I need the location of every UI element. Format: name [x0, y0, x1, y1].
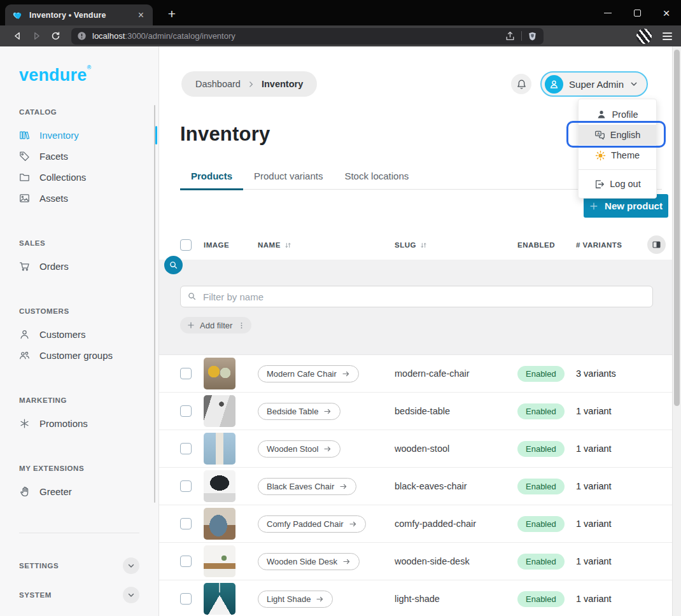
forward-icon[interactable] [27, 28, 46, 45]
sidebar-item-greeter[interactable]: Greeter [0, 481, 158, 502]
back-icon[interactable] [8, 28, 27, 45]
address-bar[interactable]: localhost:3000/admin/catalog/inventory [71, 28, 544, 45]
sidebar-item-collections[interactable]: Collections [0, 167, 158, 188]
table-row: Black Eaves Chairblack-eaves-chairEnable… [159, 468, 672, 505]
vendure-heart-favicon [13, 10, 24, 20]
browser-profile-avatar[interactable] [636, 29, 652, 44]
column-picker-button[interactable] [647, 235, 666, 254]
product-link-chip[interactable]: Modern Cafe Chair [258, 365, 359, 382]
product-link-chip[interactable]: Bedside Table [258, 403, 340, 420]
product-thumbnail[interactable] [204, 583, 235, 615]
browser-tab[interactable]: Inventory • Vendure × [5, 4, 153, 25]
status-badge: Enabled [517, 554, 565, 570]
sidebar-section-system[interactable]: SYSTEM [0, 580, 158, 610]
language-icon: A [594, 130, 605, 141]
sidebar-item-inventory[interactable]: Inventory [0, 125, 158, 146]
search-toggle-button[interactable] [164, 256, 183, 274]
row-checkbox[interactable] [180, 518, 192, 529]
product-name: Modern Cafe Chair [267, 369, 337, 379]
brave-shield-icon[interactable] [528, 31, 537, 41]
column-header-name[interactable]: NAME [258, 241, 395, 249]
svg-text:A: A [597, 131, 600, 135]
window-maximize-button[interactable] [622, 0, 652, 25]
select-all-checkbox[interactable] [180, 239, 192, 251]
name-cell: Comfy Padded Chair [258, 515, 395, 533]
menu-item-theme[interactable]: Theme [579, 145, 656, 165]
page-scrollbar[interactable] [672, 46, 681, 616]
sidebar-scrollbar[interactable] [154, 105, 155, 503]
sort-icon[interactable] [419, 241, 428, 249]
window-minimize-button[interactable] [593, 0, 622, 25]
menu-item-english[interactable]: AEnglish [579, 125, 656, 145]
status-badge: Enabled [517, 516, 565, 532]
sidebar-item-orders[interactable]: Orders [0, 256, 158, 277]
chevron-down-icon[interactable] [123, 587, 139, 603]
sort-icon[interactable] [284, 241, 292, 249]
notifications-button[interactable] [511, 74, 531, 94]
product-name: Wooden Side Desk [267, 557, 337, 566]
product-link-chip[interactable]: Light Shade [258, 591, 333, 608]
product-thumbnail[interactable] [204, 545, 235, 577]
sidebar-item-customer-groups[interactable]: Customer groups [0, 345, 158, 366]
product-thumbnail[interactable] [204, 395, 235, 427]
row-checkbox[interactable] [180, 480, 192, 492]
user-menu-button[interactable]: Super Admin [540, 71, 648, 97]
sidebar-item-label: Assets [39, 193, 68, 204]
page-header: Dashboard Inventory Super Admin [181, 71, 648, 97]
status-badge: Enabled [517, 441, 565, 457]
sidebar-item-facets[interactable]: Facets [0, 146, 158, 167]
product-link-chip[interactable]: Wooden Stool [258, 440, 340, 458]
nav-section: CUSTOMERSCustomersCustomer groups [0, 307, 158, 366]
sidebar-item-label: Customers [39, 329, 86, 340]
window-close-button[interactable]: × [652, 0, 681, 25]
toolbar-right [636, 29, 672, 44]
product-thumbnail[interactable] [204, 358, 235, 389]
table-row: Light Shadelight-shadeEnabled1 variant [159, 580, 672, 616]
sidebar-item-assets[interactable]: Assets [0, 188, 158, 209]
menu-icon[interactable] [663, 32, 672, 40]
collapsed-section-label: SETTINGS [19, 562, 59, 570]
row-checkbox[interactable] [180, 556, 192, 567]
status-badge: Enabled [517, 591, 565, 607]
site-info-icon[interactable] [77, 31, 87, 41]
tab-close-icon[interactable]: × [136, 9, 146, 22]
reload-icon[interactable] [46, 28, 65, 45]
arrow-right-icon [323, 407, 332, 416]
product-thumbnail[interactable] [204, 470, 235, 502]
image-cell [204, 545, 258, 577]
tab-products[interactable]: Products [180, 164, 243, 189]
menu-item-log-out[interactable]: Log out [579, 174, 656, 194]
column-header-enabled[interactable]: ENABLED [517, 241, 576, 249]
product-thumbnail[interactable] [204, 433, 235, 465]
row-checkbox[interactable] [180, 593, 192, 605]
product-link-chip[interactable]: Comfy Padded Chair [258, 515, 366, 533]
kebab-menu-icon[interactable] [237, 321, 246, 330]
sidebar-item-promotions[interactable]: Promotions [0, 413, 158, 434]
new-tab-button[interactable]: + [163, 5, 181, 23]
filter-input[interactable] [180, 286, 653, 307]
product-thumbnail[interactable] [204, 508, 235, 540]
breadcrumb-inventory[interactable]: Inventory [262, 79, 303, 89]
nav-section-label: CUSTOMERS [19, 307, 158, 315]
row-checkbox[interactable] [180, 405, 192, 417]
product-slug: black-eaves-chair [395, 481, 517, 491]
add-filter-button[interactable]: Add filter [180, 317, 251, 333]
tab-product-variants[interactable]: Product variants [243, 164, 333, 189]
share-icon[interactable] [505, 31, 516, 41]
scrollbar-thumb[interactable] [674, 50, 680, 406]
user-dropdown-menu: ProfileAEnglishThemeLog out [578, 99, 657, 199]
chevron-down-icon[interactable] [123, 557, 139, 574]
column-header-slug[interactable]: SLUG [395, 241, 517, 249]
product-link-chip[interactable]: Black Eaves Chair [258, 478, 356, 495]
product-link-chip[interactable]: Wooden Side Desk [258, 553, 360, 570]
column-header-image[interactable]: IMAGE [204, 241, 258, 249]
tab-stock-locations[interactable]: Stock locations [333, 164, 419, 189]
row-checkbox[interactable] [180, 368, 192, 379]
menu-item-profile[interactable]: Profile [579, 104, 656, 125]
sidebar-item-customers[interactable]: Customers [0, 324, 158, 345]
sidebar-section-settings[interactable]: SETTINGS [0, 551, 158, 580]
image-icon [19, 193, 30, 204]
breadcrumb-dashboard[interactable]: Dashboard [195, 79, 241, 89]
row-checkbox[interactable] [180, 443, 192, 454]
image-cell [204, 395, 258, 427]
